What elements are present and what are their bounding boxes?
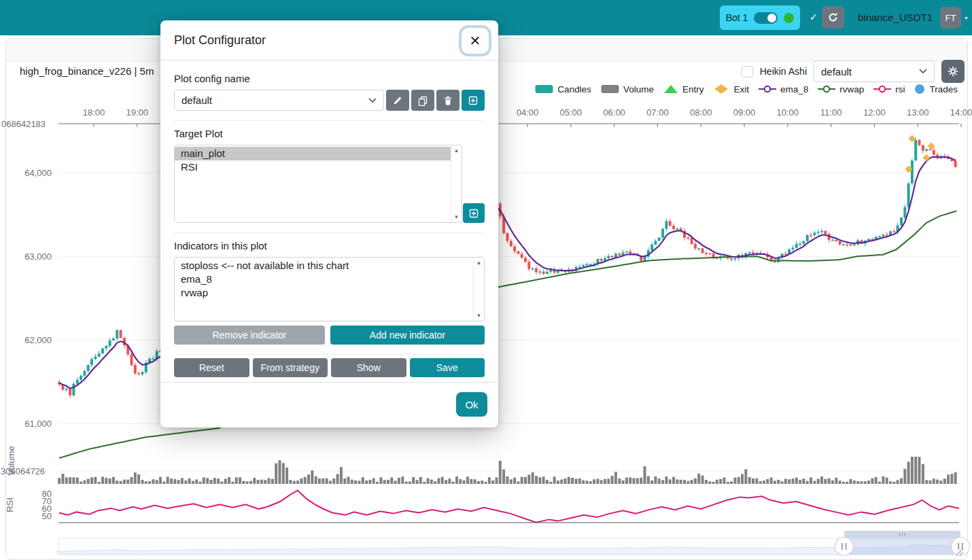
plot-configurator-modal: Plot Configurator ✕ Plot config name def… — [160, 20, 498, 427]
refresh-icon — [827, 12, 839, 23]
indicators-listbox[interactable]: stoploss <-- not available in this chart… — [174, 257, 485, 321]
plot-config-name-label: Plot config name — [174, 73, 485, 84]
plot-config-select-value: default — [821, 66, 852, 77]
legend-label: rvwap — [839, 84, 864, 94]
chevron-down-icon — [919, 69, 927, 74]
legend-label: Volume — [623, 84, 654, 94]
datazoom-right-handle[interactable] — [952, 538, 970, 556]
chart-settings-button[interactable] — [941, 60, 965, 83]
indicator-item[interactable]: rvwap — [175, 286, 474, 300]
legend-label: rsi — [895, 84, 905, 94]
time-axis-label: 14:00 — [950, 107, 972, 118]
remove-indicator-button[interactable]: Remove indicator — [174, 326, 325, 345]
legend-label: Entry — [682, 84, 704, 94]
add-config-button[interactable] — [462, 90, 485, 111]
delete-config-button[interactable] — [436, 90, 459, 111]
bot-toggle-knob — [767, 14, 776, 22]
Volume-swatch-icon — [601, 84, 619, 94]
scroll-down-icon[interactable]: ▼ — [454, 214, 459, 220]
chart-title: high_frog_binance_v226 | 5m — [20, 65, 154, 77]
price-axis-label: 61,000 — [24, 419, 52, 429]
legend-label: Candles — [557, 84, 591, 94]
chevron-down-icon[interactable]: ▼ — [964, 16, 969, 20]
bot-toggle[interactable] — [754, 12, 778, 24]
scrollbar[interactable]: ▲ ▼ — [473, 258, 484, 321]
close-icon: ✕ — [470, 33, 481, 49]
bot-name-label: Bot 1 — [726, 12, 748, 23]
time-axis-label: 06:00 — [603, 107, 625, 118]
target-plot-item[interactable]: main_plot — [175, 147, 451, 160]
close-button[interactable]: ✕ — [462, 28, 489, 54]
volume-series — [58, 457, 957, 484]
plus-square-icon — [468, 208, 479, 219]
rename-config-button[interactable] — [386, 90, 409, 111]
legend-item-Volume[interactable]: Volume — [601, 84, 654, 94]
indicators-list: stoploss <-- not available in this chart… — [175, 259, 474, 300]
add-new-indicator-button[interactable]: Add new indicator — [330, 326, 485, 345]
plot-config-name-value: default — [181, 94, 212, 106]
account-name: binance_USDT1 — [858, 12, 933, 23]
refresh-button[interactable] — [822, 6, 844, 29]
modal-header: Plot Configurator ✕ — [160, 20, 498, 60]
legend-item-rsi[interactable]: rsi — [873, 84, 905, 94]
time-axis-label: 08:00 — [690, 107, 712, 118]
scrollbar[interactable]: ▲ ▼ — [451, 145, 462, 222]
avatar-initials: FT — [945, 13, 956, 23]
time-axis-label: 05:00 — [560, 107, 583, 118]
time-axis-label: 10:00 — [777, 107, 799, 118]
indicators-label: Indicators in this plot — [174, 240, 485, 251]
rsi-axis-label: 50 — [42, 511, 52, 521]
scroll-up-icon[interactable]: ▲ — [476, 260, 482, 266]
legend-item-Exit[interactable]: Exit — [713, 84, 749, 94]
legend-label: ema_8 — [780, 84, 808, 94]
plot-config-select[interactable]: default — [814, 60, 935, 82]
price-axis-label: 63,000 — [24, 251, 52, 262]
time-axis-label: 18:00 — [83, 107, 105, 118]
legend-item-Candles[interactable]: Candles — [535, 84, 591, 94]
show-button[interactable]: Show — [331, 358, 406, 377]
Candles-swatch-icon — [535, 84, 553, 94]
legend-item-Entry[interactable]: Entry — [663, 84, 704, 94]
rsi-pane-label: RSI — [5, 497, 15, 512]
heikin-ashi-checkbox[interactable] — [742, 66, 753, 77]
target-plot-listbox[interactable]: main_plotRSI ▲ ▼ — [174, 145, 462, 223]
pencil-icon — [392, 95, 403, 106]
price-axis-label: 62,000 — [24, 335, 52, 345]
time-axis-label: 07:00 — [646, 107, 669, 118]
price-axis-label: 64,000 — [24, 168, 52, 178]
from-strategy-button[interactable]: From strategy — [253, 358, 328, 377]
legend-item-ema_8[interactable]: ema_8 — [759, 84, 808, 94]
target-plot-item[interactable]: RSI — [175, 160, 451, 174]
add-target-plot-button[interactable] — [463, 203, 485, 223]
legend-item-Trades[interactable]: Trades — [914, 84, 958, 94]
datazoom-left-handle[interactable] — [835, 538, 853, 556]
time-axis-label: 04:00 — [517, 107, 539, 118]
reset-button[interactable]: Reset — [174, 358, 249, 377]
chart-controls: Heikin Ashi default — [742, 60, 965, 83]
legend-item-rvwap[interactable]: rvwap — [818, 84, 864, 94]
gear-icon — [948, 66, 958, 77]
datazoom-selection[interactable] — [844, 538, 960, 555]
duplicate-config-button[interactable] — [411, 90, 434, 111]
copy-icon — [417, 95, 428, 106]
Entry-swatch-icon — [663, 84, 678, 94]
avatar[interactable]: FT — [940, 7, 961, 29]
trash-icon — [442, 95, 453, 106]
save-button[interactable]: Save — [410, 358, 485, 377]
time-axis-label: 11:00 — [820, 107, 842, 118]
indicator-item[interactable]: ema_8 — [175, 273, 474, 286]
scroll-down-icon[interactable]: ▼ — [476, 313, 482, 319]
rsi-line — [59, 491, 959, 523]
Exit-swatch-icon — [713, 84, 729, 94]
scroll-up-icon[interactable]: ▲ — [454, 147, 459, 154]
target-plot-list: main_plotRSI — [175, 147, 451, 174]
indicator-item[interactable]: stoploss <-- not available in this chart — [175, 259, 474, 273]
status-check-icon: ✓ — [810, 12, 818, 22]
time-axis-label: 09:00 — [733, 107, 756, 118]
volume-pane-label: Volume — [6, 446, 16, 475]
legend-label: Trades — [929, 84, 958, 94]
plot-config-name-select[interactable]: default — [174, 90, 384, 111]
bot-selector-button[interactable]: Bot 1 — [720, 5, 800, 30]
ok-button[interactable]: Ok — [456, 392, 487, 417]
chart-legend: CandlesVolumeEntryExitema_8rvwaprsiTrade… — [535, 84, 958, 94]
